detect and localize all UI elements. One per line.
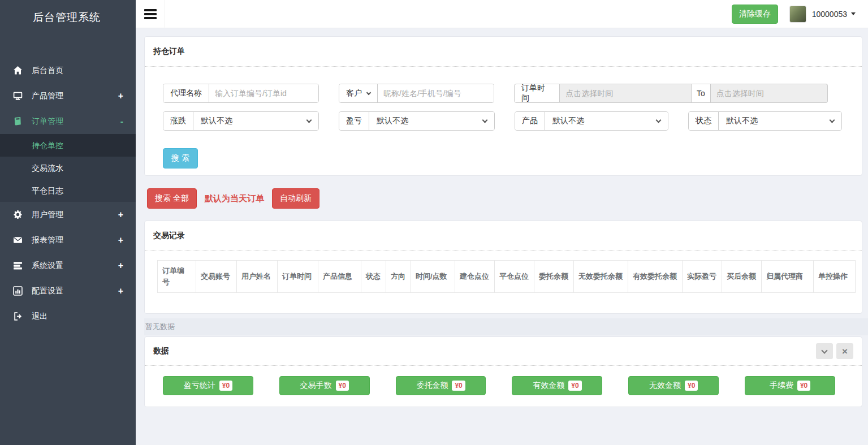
today-orders-note: 默认为当天订单 (205, 193, 264, 204)
stat-label: 无效金额 (649, 381, 681, 391)
menu-toggle-icon[interactable] (136, 0, 165, 28)
filter-row-2: 涨跌 默认不选 盈亏 默认不选 产品 默认不选 (163, 111, 845, 131)
topbar: 清除缓存 10000053 (136, 0, 868, 28)
customer-input[interactable] (378, 84, 494, 102)
sidebar-subitem-trade-flow[interactable]: 交易流水 (0, 157, 136, 179)
close-icon: × (842, 347, 848, 356)
sidebar-subitem-close-log[interactable]: 平仓日志 (0, 179, 136, 202)
data-panel-title: 数据 (153, 346, 169, 356)
sidebar-item-users[interactable]: 用户管理 + (0, 202, 136, 227)
sidebar-item-orders[interactable]: 订单管理 - (0, 109, 136, 134)
updown-label: 涨跌 (163, 112, 193, 130)
customer-type-select[interactable]: 客户 (339, 84, 378, 102)
order-time-label: 订单时间 (514, 84, 560, 103)
product-select[interactable]: 默认不选 (545, 112, 668, 130)
action-row: 搜索 全部 默认为当天订单 自动刷新 (147, 188, 862, 209)
stat-valid-amount-button[interactable]: 有效金额 ¥0 (512, 376, 602, 395)
expand-plus-icon[interactable]: + (118, 261, 123, 271)
expand-plus-icon[interactable]: + (118, 235, 123, 245)
home-icon (12, 66, 23, 75)
user-menu[interactable]: 10000053 (812, 10, 856, 19)
expand-plus-icon[interactable]: + (118, 210, 123, 220)
sidebar-item-system[interactable]: 系统设置 + (0, 253, 136, 278)
stat-value-badge: ¥0 (797, 381, 810, 391)
clear-cache-button[interactable]: 清除缓存 (732, 5, 778, 24)
col-invalid-entrust: 无效委托余额 (574, 261, 628, 293)
stat-label: 委托金额 (416, 381, 448, 391)
pl-label: 盈亏 (339, 112, 369, 130)
expand-plus-icon[interactable]: + (118, 91, 123, 101)
search-button[interactable]: 搜 索 (163, 148, 198, 169)
empty-data-text: 暂无数据 (144, 318, 868, 335)
order-time-end-input[interactable] (711, 84, 828, 103)
agent-label: 代理名称 (163, 84, 209, 102)
stat-entrust-amount-button[interactable]: 委托金额 ¥0 (396, 376, 486, 395)
customer-label: 客户 (346, 88, 362, 98)
avatar[interactable] (789, 6, 806, 23)
product-label: 产品 (515, 112, 545, 130)
sidebar-item-logout[interactable]: 退出 (0, 304, 136, 329)
book-icon (12, 116, 23, 126)
col-time-points: 时间/点数 (411, 261, 455, 293)
filters: 代理名称 客户 订单时间 To (145, 67, 862, 175)
main-content: 持仓订单 代理名称 客户 订单时间 To (136, 28, 868, 407)
stat-value-badge: ¥0 (336, 381, 349, 391)
col-order-time: 订单时间 (278, 261, 318, 293)
sidebar-item-label: 用户管理 (32, 210, 63, 220)
stat-label: 有效金额 (533, 381, 564, 391)
col-operations: 单控操作 (814, 261, 856, 293)
sidebar-item-label: 产品管理 (32, 91, 63, 101)
data-panel-header: 数据 × (145, 337, 862, 366)
stat-profit-loss-button[interactable]: 盈亏统计 ¥0 (163, 376, 253, 395)
sidebar-item-reports[interactable]: 报表管理 + (0, 227, 136, 253)
sidebar-nav: 后台首页 产品管理 + 订单管理 - 持仓单控 交易流水 平仓日志 用户管理 (0, 58, 136, 329)
updown-select-value: 默认不选 (201, 116, 232, 126)
sidebar-item-config[interactable]: 配置设置 + (0, 278, 136, 304)
auto-refresh-button[interactable]: 自动刷新 (272, 188, 319, 209)
records-panel: 交易记录 订单编号 交易账号 用户姓名 订单时间 产品信息 (144, 221, 862, 314)
status-select[interactable]: 默认不选 (719, 112, 841, 130)
desktop-icon (12, 91, 23, 101)
search-all-button[interactable]: 搜索 全部 (147, 188, 197, 209)
chevron-down-icon (830, 118, 835, 123)
col-entrust-balance: 委托余额 (534, 261, 574, 293)
col-user-name: 用户姓名 (237, 261, 278, 293)
orders-submenu: 持仓单控 交易流水 平仓日志 (0, 134, 136, 202)
customer-filter-group: 客户 (339, 84, 494, 103)
stat-invalid-amount-button[interactable]: 无效金额 ¥0 (628, 376, 719, 395)
stat-fee-button[interactable]: 手续费 ¥0 (745, 376, 835, 395)
chevron-down-icon (306, 118, 312, 123)
stat-trade-lots-button[interactable]: 交易手数 ¥0 (279, 376, 370, 395)
gears-icon (12, 210, 23, 219)
status-label: 状态 (689, 112, 719, 130)
col-order-no: 订单编号 (158, 261, 196, 293)
agent-input[interactable] (209, 84, 318, 102)
records-panel-title: 交易记录 (145, 221, 862, 251)
collapse-minus-icon[interactable]: - (120, 116, 123, 127)
to-label: To (692, 84, 711, 103)
server-icon (12, 261, 23, 270)
updown-select[interactable]: 默认不选 (193, 112, 318, 130)
col-agent: 归属代理商 (762, 261, 814, 293)
sidebar-item-products[interactable]: 产品管理 + (0, 83, 136, 109)
sidebar-subitem-position-control[interactable]: 持仓单控 (0, 134, 136, 157)
expand-plus-icon[interactable]: + (118, 286, 123, 296)
close-panel-button[interactable]: × (836, 343, 853, 359)
chevron-down-icon (482, 118, 488, 123)
col-product-info: 产品信息 (318, 261, 361, 293)
chevron-down-icon (821, 347, 827, 353)
bar-chart-icon (12, 286, 23, 296)
panel-tools: × (816, 343, 853, 359)
product-select-value: 默认不选 (552, 116, 584, 126)
pl-select[interactable]: 默认不选 (369, 112, 494, 130)
sidebar-item-label: 退出 (32, 312, 47, 322)
collapse-button[interactable] (816, 343, 833, 359)
sidebar-item-home[interactable]: 后台首页 (0, 58, 136, 83)
positions-panel: 持仓订单 代理名称 客户 订单时间 To (144, 36, 862, 176)
app-title: 后台管理系统 (0, 0, 136, 35)
sidebar-item-label: 配置设置 (32, 286, 63, 296)
col-actual-pl: 实际盈亏 (683, 261, 722, 293)
order-time-start-input[interactable] (560, 84, 692, 103)
pl-select-value: 默认不选 (377, 116, 408, 126)
status-filter-group: 状态 默认不选 (688, 111, 842, 131)
